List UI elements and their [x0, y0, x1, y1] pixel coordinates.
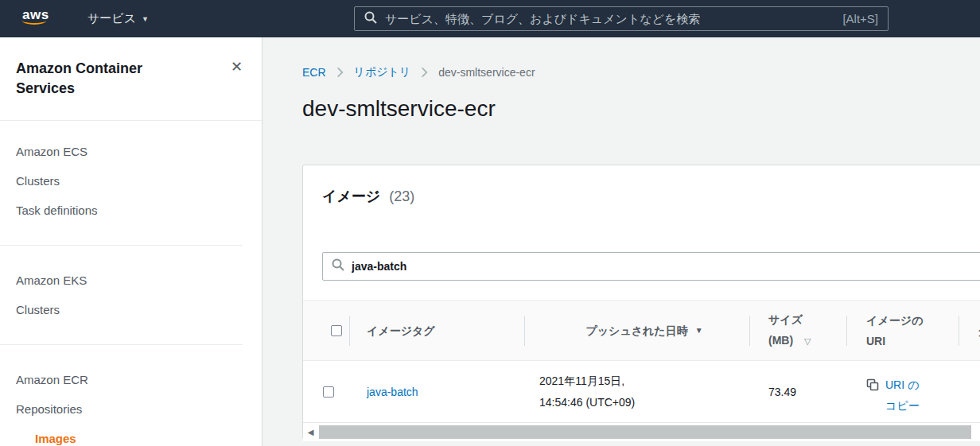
breadcrumb-separator-icon: [336, 67, 344, 78]
global-search-input[interactable]: [385, 12, 834, 25]
sidebar-group-ecs: Amazon ECS Clusters Task definitions: [0, 137, 262, 225]
services-menu[interactable]: サービス ▼: [88, 0, 149, 37]
search-icon: [332, 258, 344, 274]
copy-uri-link[interactable]: URI の コピー: [885, 374, 920, 416]
sidebar-item-task-definitions[interactable]: Task definitions: [0, 196, 262, 225]
sidebar-item-amazon-ecr[interactable]: Amazon ECR: [0, 365, 262, 394]
row-checkbox[interactable]: [323, 386, 334, 398]
sidebar-group-eks: Amazon EKS Clusters: [0, 266, 262, 324]
sidebar-item-repositories[interactable]: Repositories: [0, 394, 262, 424]
column-header-label-line2: (MB)▽: [768, 330, 846, 351]
image-filter-box[interactable]: [322, 252, 980, 281]
breadcrumb-link-ecr[interactable]: ECR: [302, 66, 326, 79]
close-icon[interactable]: ✕: [231, 59, 243, 75]
pushed-time: 14:54:46 (UTC+09): [539, 392, 749, 413]
panel-heading: イメージ (23): [322, 187, 414, 206]
images-panel: イメージ (23) イメージタグ: [302, 165, 980, 440]
images-table: イメージタグ プッシュされた日時 ▼ サイズ (MB)▽ イメージの URI: [303, 300, 980, 422]
sidebar-item-eks-clusters[interactable]: Clusters: [0, 295, 262, 324]
breadcrumb-separator-icon: [421, 67, 428, 78]
main-content: ECR リポジトリ dev-smltservice-ecr dev-smltse…: [262, 37, 980, 446]
horizontal-scrollbar[interactable]: ◀: [303, 422, 980, 441]
sidebar-nav: Amazon ECS Clusters Task definitions Ama…: [0, 137, 262, 446]
breadcrumb-link-repositories[interactable]: リポジトリ: [354, 65, 411, 80]
top-nav: aws サービス ▼ [Alt+S]: [0, 0, 980, 37]
scrollbar-thumb[interactable]: [319, 425, 971, 439]
sidebar-item-images[interactable]: Images: [0, 424, 262, 446]
page-title: dev-smltservice-ecr: [302, 96, 496, 122]
sidebar-divider: [0, 245, 243, 246]
column-header-pushed-at[interactable]: プッシュされた日時 ▼: [524, 301, 749, 360]
scroll-left-arrow-icon[interactable]: ◀: [303, 423, 318, 441]
size-value: 73.49: [768, 386, 796, 398]
column-header-clipped: ダ: [959, 301, 980, 360]
image-tag-link[interactable]: java-batch: [367, 386, 418, 398]
table-row: java-batch 2021年11月15日, 14:54:46 (UTC+09…: [303, 361, 980, 422]
column-header-size-mb[interactable]: サイズ (MB)▽: [749, 301, 846, 360]
column-header-label: サイズ: [768, 309, 846, 330]
image-filter-input[interactable]: [352, 260, 980, 273]
column-header-label: イメージの: [866, 310, 959, 331]
sidebar-item-ecs-clusters[interactable]: Clusters: [0, 166, 262, 196]
row-checkbox-cell: [303, 361, 349, 422]
sort-descending-icon[interactable]: ▼: [695, 320, 703, 341]
aws-logo-text: aws: [22, 8, 49, 22]
sidebar-header: Amazon Container Services ✕: [0, 37, 262, 121]
panel-heading-count: (23): [389, 188, 414, 204]
sidebar-divider: [0, 344, 243, 345]
cell-image-tag: java-batch: [349, 361, 524, 422]
pushed-date: 2021年11月15日,: [539, 370, 749, 392]
column-header-image-uri: イメージの URI: [846, 301, 959, 360]
sidebar-group-ecr: Amazon ECR Repositories Images: [0, 365, 262, 446]
breadcrumb: ECR リポジトリ dev-smltservice-ecr: [302, 65, 535, 80]
aws-console-window: aws サービス ▼ [Alt+S] Amazon Container Serv…: [0, 0, 980, 446]
cell-pushed-at: 2021年11月15日, 14:54:46 (UTC+09): [524, 361, 749, 422]
aws-logo[interactable]: aws: [22, 8, 49, 25]
copy-uri-line1: URI の: [885, 374, 920, 395]
search-icon: [364, 11, 377, 27]
global-search-box[interactable]: [Alt+S]: [354, 6, 889, 31]
column-header-image-tag[interactable]: イメージタグ: [349, 301, 524, 360]
sort-neutral-icon[interactable]: ▽: [804, 336, 811, 346]
search-shortcut-hint: [Alt+S]: [842, 12, 878, 25]
sidebar-title: Amazon Container Services: [16, 59, 203, 99]
column-header-label: URI: [866, 331, 959, 351]
panel-heading-title: イメージ: [322, 188, 380, 204]
column-header-label: (MB): [768, 334, 793, 347]
copy-uri-line2: コピー: [885, 395, 920, 416]
column-header-label: イメージタグ: [367, 320, 524, 341]
select-all-checkbox[interactable]: [331, 325, 342, 336]
copy-icon[interactable]: [866, 378, 879, 394]
chevron-down-icon: ▼: [142, 15, 149, 23]
sidebar: Amazon Container Services ✕ Amazon ECS C…: [0, 37, 262, 446]
services-menu-label: サービス: [88, 11, 136, 26]
breadcrumb-current: dev-smltservice-ecr: [438, 66, 535, 79]
cell-clipped: [959, 361, 980, 422]
cell-size-mb: 73.49: [749, 361, 846, 422]
sidebar-item-amazon-ecs[interactable]: Amazon ECS: [0, 137, 262, 166]
table-header-row: イメージタグ プッシュされた日時 ▼ サイズ (MB)▽ イメージの URI: [303, 301, 980, 361]
cell-image-uri: URI の コピー: [846, 361, 959, 422]
column-header-label: プッシュされた日時: [585, 320, 687, 341]
table-header-checkbox-cell: [303, 301, 349, 360]
sidebar-item-amazon-eks[interactable]: Amazon EKS: [0, 266, 262, 295]
